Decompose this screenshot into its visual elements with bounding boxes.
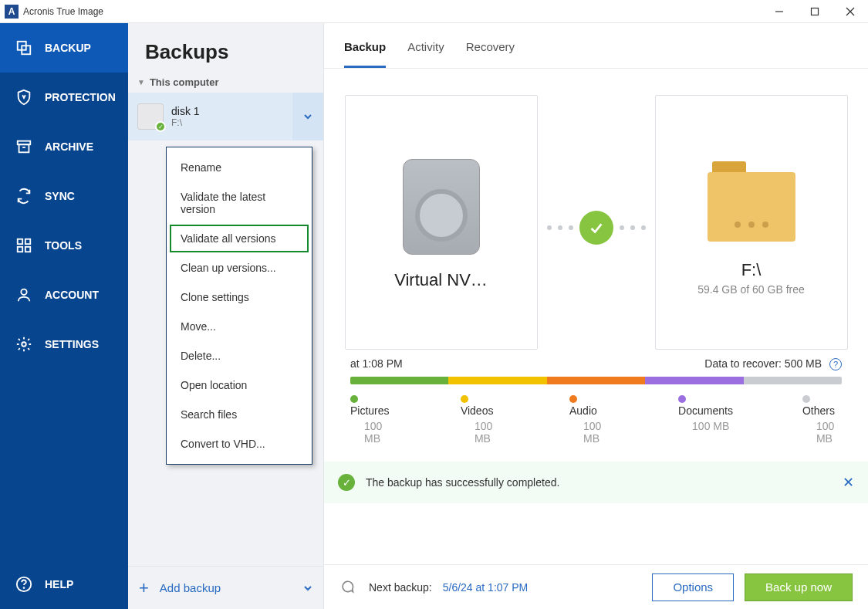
main-tabs: Backup Activity Recovery [324,23,868,69]
destination-subtitle: 59.4 GB of 60 GB free [697,283,805,296]
context-menu-item[interactable]: Clean up versions... [170,254,309,282]
backup-location: F:\ [171,117,200,128]
legend-item: Videos100 MB [461,392,500,445]
accordion-label: This computer [150,76,219,88]
nav-label: ACCOUNT [45,289,99,301]
context-menu-item[interactable]: Open location [170,371,309,399]
legend-name: Audio [569,392,609,417]
backup-context-menu: RenameValidate the latest versionValidat… [166,147,312,465]
backup-now-button[interactable]: Back up now [745,573,853,601]
context-menu-item[interactable]: Delete... [170,342,309,370]
legend-name: Documents [678,392,733,417]
category-bar [350,377,842,384]
nav-protection[interactable]: PROTECTION [0,73,128,122]
svg-rect-10 [25,239,30,244]
stat-segment [645,377,743,384]
help-icon [14,574,34,594]
status-banner: ✓ The backup has successfully completed.… [324,462,868,503]
tab-backup[interactable]: Backup [344,40,386,68]
archive-icon [14,137,34,157]
svg-rect-9 [18,239,22,244]
options-button[interactable]: Options [652,573,734,601]
disk-big-icon [403,159,480,255]
context-menu-item[interactable]: Convert to VHD... [170,430,309,458]
nav-label: SYNC [45,190,75,202]
context-menu-item[interactable]: Rename [170,154,309,181]
context-menu-item[interactable]: Search files [170,401,309,428]
app-logo-icon: A [5,5,19,19]
svg-rect-11 [18,247,22,252]
titlebar: A Acronis True Image [0,0,868,23]
nav-label: HELP [45,578,73,590]
legend-name: Videos [461,392,500,417]
stat-segment [744,377,842,384]
backups-heading: Backups [128,23,323,72]
source-title: Virtual NV… [364,270,518,290]
context-menu-item[interactable]: Clone settings [170,283,309,311]
source-card[interactable]: Virtual NV… [345,95,538,350]
nav-label: ARCHIVE [45,140,93,153]
svg-rect-1 [812,8,819,15]
legend-name: Pictures [350,392,391,417]
account-icon [14,285,34,305]
shield-icon [14,87,34,107]
close-button[interactable] [833,0,868,23]
legend-item: Pictures100 MB [350,392,391,445]
context-menu-item[interactable]: Validate all versions [170,225,309,252]
destination-title: F:\ [674,260,829,280]
nav-label: SETTINGS [45,338,99,350]
svg-point-14 [22,342,26,347]
nav-label: BACKUP [45,42,91,54]
data-to-recover: Data to recover: 500 MB ? [704,357,842,370]
backup-item-menu-button[interactable] [292,93,323,140]
comment-icon[interactable] [339,580,355,595]
destination-card[interactable]: F:\ 59.4 GB of 60 GB free [655,95,848,350]
legend-item: Documents100 MB [678,392,733,445]
legend-size: 100 MB [816,420,842,445]
maximize-button[interactable] [797,0,833,23]
stat-segment [350,377,448,384]
connector [547,211,646,245]
nav-settings[interactable]: SETTINGS [0,320,128,369]
legend-name: Others [802,392,842,417]
backup-icon [14,38,34,58]
help-badge-icon[interactable]: ? [829,358,842,370]
success-icon: ✓ [338,474,355,491]
tab-activity[interactable]: Activity [407,40,444,68]
folder-big-icon [708,172,795,242]
banner-close-button[interactable]: ✕ [843,474,854,491]
svg-rect-7 [19,144,29,152]
tab-recovery[interactable]: Recovery [466,40,515,68]
disk-icon: ✓ [137,103,164,130]
legend-size: 100 MB [583,420,609,445]
category-legend: Pictures100 MBVideos100 MBAudio100 MBDoc… [324,384,868,445]
last-backup-time: at 1:08 PM [350,357,403,370]
stat-segment [547,377,645,384]
nav-help[interactable]: HELP [0,560,128,609]
next-backup-time[interactable]: 5/6/24 at 1:07 PM [443,581,529,594]
accordion-this-computer[interactable]: ▼ This computer [128,72,323,93]
legend-item: Others100 MB [802,392,842,445]
nav-sync[interactable]: SYNC [0,171,128,221]
context-menu-item[interactable]: Move... [170,313,309,340]
svg-rect-12 [25,247,30,252]
nav-label: TOOLS [45,239,82,252]
chevron-down-icon[interactable] [303,584,312,593]
context-menu-item[interactable]: Validate the latest version [170,183,309,223]
nav-archive[interactable]: ARCHIVE [0,122,128,171]
nav-tools[interactable]: TOOLS [0,221,128,270]
svg-point-16 [24,587,25,588]
svg-point-13 [21,289,26,295]
main-content: Backup Activity Recovery Virtual NV… [324,23,868,609]
backup-list-item[interactable]: ✓ disk 1 F:\ [128,93,323,140]
minimize-button[interactable] [762,0,797,23]
legend-size: 100 MB [364,420,391,445]
nav-backup[interactable]: BACKUP [0,23,128,73]
success-badge-icon: ✓ [155,121,166,132]
legend-size: 100 MB [475,420,500,445]
nav-account[interactable]: ACCOUNT [0,270,128,320]
stat-segment [448,377,546,384]
legend-item: Audio100 MB [569,392,609,445]
add-backup-row[interactable]: + Add backup [128,566,323,609]
legend-size: 100 MB [692,420,733,432]
